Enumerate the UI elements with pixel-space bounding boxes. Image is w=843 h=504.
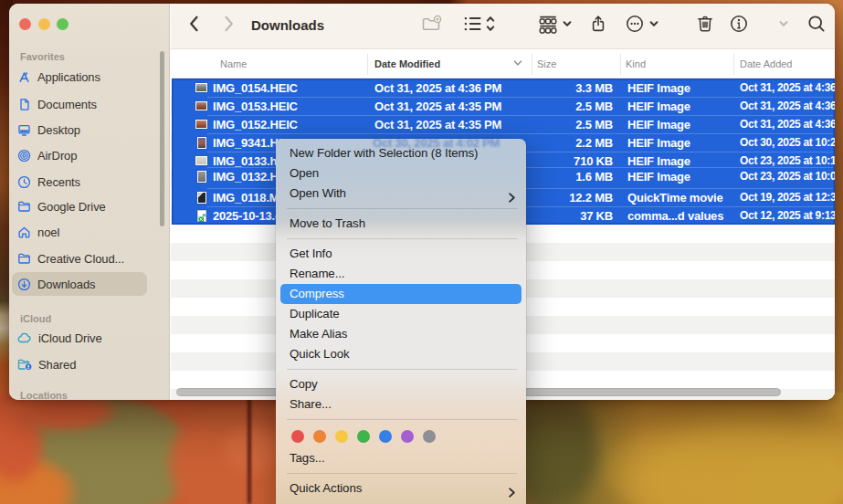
svg-text:a,: a, — [203, 211, 207, 216]
